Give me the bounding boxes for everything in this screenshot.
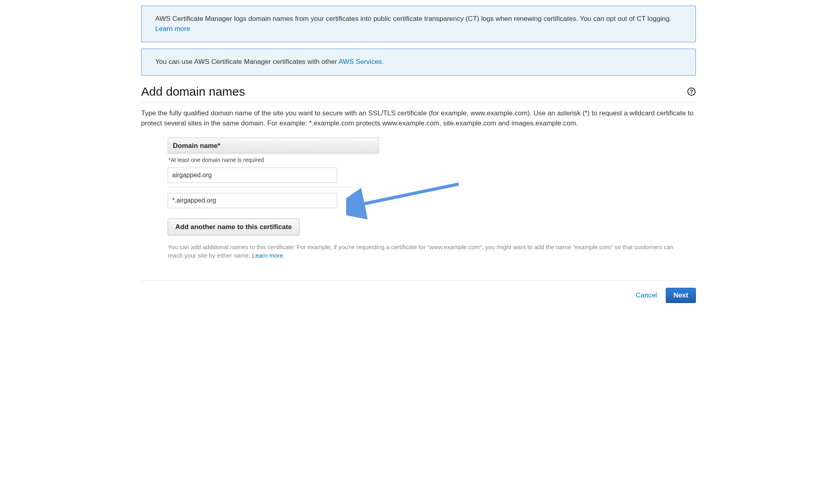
svg-text:?: ? <box>690 88 693 94</box>
required-note: *At least one domain name is required <box>168 156 696 164</box>
learn-more-names-link[interactable]: Learn more. <box>252 252 285 259</box>
learn-more-ct-link[interactable]: Learn more <box>155 25 190 33</box>
divider <box>168 187 369 187</box>
help-icon[interactable]: ? <box>687 87 696 96</box>
footer-actions: Cancel Next <box>141 280 696 303</box>
domain-name-column-header: Domain name* <box>168 137 379 154</box>
additional-names-hint-text: You can add additional names to this cer… <box>168 244 673 259</box>
cancel-button[interactable]: Cancel <box>636 291 657 301</box>
remove-domain-icon[interactable] <box>355 197 362 204</box>
section-description: Type the fully qualified domain name of … <box>141 109 696 128</box>
info-ct-logging-text: AWS Certificate Manager logs domain name… <box>155 15 671 23</box>
info-aws-services: You can use AWS Certificate Manager cert… <box>141 49 696 76</box>
page-title: Add domain names <box>141 83 245 100</box>
next-button[interactable]: Next <box>666 288 696 303</box>
additional-names-hint: You can add additional names to this cer… <box>168 243 682 260</box>
info-aws-services-text: You can use AWS Certificate Manager cert… <box>155 58 338 66</box>
domain-input-0[interactable] <box>168 168 337 183</box>
domain-input-1[interactable] <box>168 193 337 208</box>
add-another-name-button[interactable]: Add another name to this certificate <box>168 219 300 236</box>
info-ct-logging: AWS Certificate Manager logs domain name… <box>141 6 696 42</box>
aws-services-link[interactable]: AWS Services. <box>338 58 384 66</box>
